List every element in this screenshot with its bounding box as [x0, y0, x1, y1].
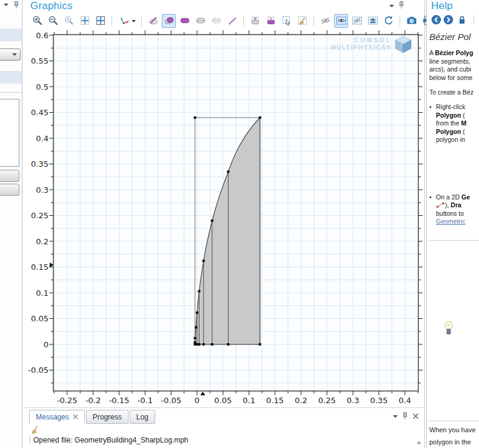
help-bullet-2: On a 2D Ge ), Dra buttons to Geometric	[429, 193, 479, 226]
svg-text:0.35: 0.35	[370, 396, 387, 405]
hide-selected-icon[interactable]	[318, 14, 332, 28]
divider	[474, 15, 474, 24]
graphics-panel: Graphics COMSOLMULTIPHYSICS®-0.25-0.2-0.…	[24, 0, 425, 407]
svg-text:-0.2: -0.2	[85, 396, 101, 405]
svg-text:-0.05: -0.05	[161, 396, 181, 405]
settings-listbox[interactable]	[0, 99, 19, 167]
svg-text:0.15: 0.15	[266, 396, 284, 405]
svg-text:0.1: 0.1	[243, 396, 255, 405]
settings-combobox[interactable]	[0, 48, 21, 61]
zoom-out-icon[interactable]	[46, 14, 60, 28]
render-filled-icon[interactable]	[178, 14, 192, 28]
settings-button-lower[interactable]	[0, 184, 19, 196]
help-back-icon[interactable]	[431, 15, 441, 25]
view-hidden-icon[interactable]	[350, 14, 364, 28]
zoom-extents-icon[interactable]	[78, 14, 92, 28]
settings-button-upper[interactable]	[0, 170, 19, 182]
divider	[429, 421, 479, 421]
help-panel-title: Help	[431, 0, 453, 12]
help-panel: Help Bézier Pol A Bézier Polyg line segm…	[426, 0, 479, 448]
svg-text:0.4: 0.4	[398, 396, 411, 405]
tip-lightbulb-icon	[444, 321, 454, 338]
svg-text:0: 0	[44, 340, 49, 349]
svg-text:0.05: 0.05	[31, 314, 49, 323]
messages-panel: Messages Progress Log Opened file: Geome…	[24, 407, 425, 448]
help-heading: Bézier Pol	[429, 32, 471, 42]
help-forward-icon[interactable]	[443, 15, 454, 25]
snapshot-icon[interactable]	[404, 14, 418, 28]
svg-text:COMSOL: COMSOL	[354, 37, 392, 44]
svg-text:0.25: 0.25	[318, 396, 336, 405]
graphics-plot-canvas[interactable]: COMSOLMULTIPHYSICS®-0.25-0.2-0.15-0.1-0.…	[24, 30, 424, 407]
help-bullet-1: Right-click Polygon ( from the M Polygon…	[429, 103, 479, 144]
go-to-default-view-icon[interactable]	[93, 14, 107, 28]
tab-messages[interactable]: Messages	[29, 410, 85, 424]
tab-progress[interactable]: Progress	[86, 410, 129, 424]
svg-text:0.45: 0.45	[31, 108, 49, 117]
section-header-band	[0, 71, 22, 84]
tab-close-icon[interactable]	[73, 414, 78, 420]
svg-text:-0.1: -0.1	[138, 396, 153, 405]
select-box-icon[interactable]	[280, 14, 293, 28]
help-paragraph-2: To create a Béz	[429, 89, 479, 97]
scene-orientation-icon[interactable]	[116, 14, 137, 28]
help-lock-icon[interactable]	[458, 15, 466, 25]
svg-text:0.5: 0.5	[36, 82, 49, 92]
graphics-panel-menu-arrow-icon[interactable]	[389, 5, 394, 7]
tab-log[interactable]: Log	[130, 410, 155, 424]
view-all-icon[interactable]	[366, 14, 380, 28]
zoom-in-icon[interactable]	[30, 14, 44, 28]
show-geometry-icon[interactable]	[264, 14, 278, 28]
render-dashed-icon[interactable]	[209, 14, 223, 28]
svg-text:-0.25: -0.25	[57, 396, 78, 405]
graphics-panel-title: Graphics	[30, 0, 73, 12]
svg-text:0.6: 0.6	[36, 31, 49, 40]
tab-log-label: Log	[136, 413, 149, 421]
svg-text:0.3: 0.3	[347, 396, 360, 405]
svg-text:0.25: 0.25	[31, 211, 49, 220]
graphics-toolbar	[30, 13, 434, 28]
line-segment-icon	[436, 202, 445, 208]
wireframe-off-icon[interactable]	[225, 14, 239, 28]
svg-text:0.3: 0.3	[36, 186, 49, 195]
pin-icon[interactable]	[398, 1, 405, 9]
close-panel-icon[interactable]	[412, 413, 419, 420]
view-visible-icon[interactable]	[334, 14, 348, 28]
svg-text:0.05: 0.05	[214, 396, 232, 405]
draw-edit-icon[interactable]	[146, 14, 160, 28]
svg-text:0.15: 0.15	[31, 262, 49, 272]
clear-selection-icon[interactable]	[295, 14, 309, 28]
zoom-box-icon[interactable]	[62, 14, 76, 28]
divider	[0, 92, 22, 93]
panel-menu-arrow-icon[interactable]	[4, 4, 8, 6]
pin-icon[interactable]	[401, 412, 409, 420]
section-header-band	[0, 28, 22, 41]
tab-messages-label: Messages	[36, 413, 69, 421]
clear-messages-broom-icon[interactable]	[30, 425, 40, 435]
svg-text:MULTIPHYSICS®: MULTIPHYSICS®	[330, 44, 392, 51]
svg-text:0.2: 0.2	[36, 237, 49, 246]
help-bottom-paragraph: When you have polygon in the	[429, 424, 479, 448]
svg-text:0: 0	[195, 396, 199, 405]
render-solid-icon[interactable]	[162, 14, 176, 28]
message-log-line: Opened file: GeometryBuilding4_SharpLog.…	[30, 436, 412, 444]
svg-text:0.1: 0.1	[36, 289, 49, 298]
help-paragraph-1: A Bézier Polyg line segments, arcs), and…	[429, 49, 479, 82]
show-objects-icon[interactable]	[248, 14, 262, 28]
messages-tab-bar: Messages Progress Log	[29, 410, 155, 424]
svg-text:-0.15: -0.15	[109, 396, 130, 405]
settings-panel-sliver	[0, 0, 22, 448]
scroll-up-icon[interactable]	[416, 440, 422, 445]
help-link-geometric[interactable]: Geometric	[436, 218, 465, 225]
svg-text:0.55: 0.55	[31, 56, 49, 65]
svg-text:-0.05: -0.05	[28, 366, 49, 375]
messages-menu-arrow-icon[interactable]	[393, 415, 398, 418]
refresh-icon[interactable]	[381, 14, 395, 28]
svg-text:0.35: 0.35	[31, 159, 49, 169]
svg-text:0.2: 0.2	[295, 396, 307, 405]
pin-icon[interactable]	[13, 1, 20, 9]
divider	[429, 240, 479, 241]
render-outline-icon[interactable]	[193, 14, 207, 28]
svg-text:0.4: 0.4	[36, 134, 49, 143]
tab-progress-label: Progress	[93, 413, 122, 421]
